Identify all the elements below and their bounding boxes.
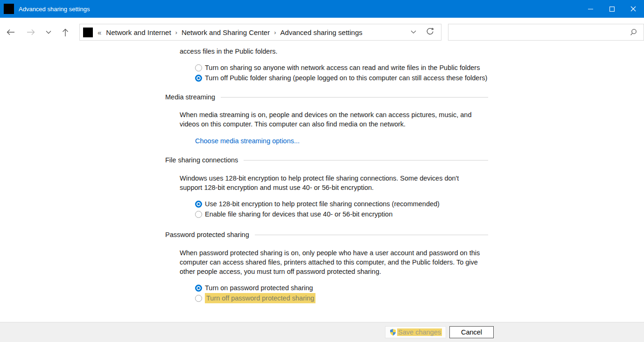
radio-icon[interactable]	[195, 285, 202, 292]
up-button[interactable]	[61, 28, 70, 37]
recent-locations-button[interactable]	[45, 30, 52, 35]
maximize-icon	[609, 7, 615, 12]
radio-option-use-128-bit-encryption[interactable]: Use 128-bit encryption to help protect f…	[195, 199, 488, 209]
titlebar: Advanced sharing settings	[0, 0, 644, 18]
app-icon	[4, 4, 14, 14]
back-button[interactable]	[6, 28, 15, 37]
save-changes-button[interactable]: Save changes	[385, 326, 446, 338]
section-media-streaming: Media streaming	[165, 92, 488, 102]
search-input[interactable]	[448, 24, 630, 40]
radio-icon[interactable]	[195, 295, 202, 302]
radio-icon[interactable]	[195, 64, 202, 71]
file-sharing-description: Windows uses 128-bit encryption to help …	[180, 174, 478, 192]
close-icon	[630, 6, 636, 12]
section-title: Media streaming	[165, 92, 215, 102]
section-title: File sharing connections	[165, 155, 238, 165]
file-sharing-options: Use 128-bit encryption to help protect f…	[195, 199, 488, 219]
section-divider	[244, 160, 488, 161]
section-file-sharing-connections: File sharing connections	[165, 155, 488, 165]
radio-icon[interactable]	[195, 201, 202, 208]
navigation-bar: « Network and Internet › Network and Sha…	[0, 18, 644, 47]
radio-option-turn-off-password-protected-sharing[interactable]: Turn off password protected sharing	[195, 293, 488, 303]
radio-label[interactable]: Use 128-bit encryption to help protect f…	[205, 199, 440, 209]
forward-button[interactable]	[26, 28, 36, 37]
forward-arrow-icon	[26, 28, 36, 37]
back-arrow-icon	[6, 28, 15, 37]
radio-icon[interactable]	[195, 211, 202, 218]
address-dropdown-button[interactable]	[409, 29, 418, 36]
public-folder-sharing-options: Turn on sharing so anyone with network a…	[195, 63, 488, 83]
section-divider	[255, 235, 488, 235]
breadcrumb-collapse[interactable]: «	[98, 28, 101, 36]
save-changes-label: Save changes	[397, 328, 442, 336]
clipped-description-line: access files in the Public folders.	[180, 47, 488, 56]
radio-option-turn-on-public-folder-sharing[interactable]: Turn on sharing so anyone with network a…	[195, 63, 488, 73]
refresh-icon	[426, 27, 434, 36]
choose-media-streaming-options-link[interactable]: Choose media streaming options...	[195, 136, 300, 146]
radio-option-turn-on-password-protected-sharing[interactable]: Turn on password protected sharing	[195, 283, 488, 293]
radio-label[interactable]: Turn off password protected sharing	[205, 293, 315, 303]
history-chevron-down-icon	[45, 30, 52, 35]
breadcrumb-network-and-internet[interactable]: Network and Internet	[102, 28, 175, 36]
radio-label[interactable]: Turn on sharing so anyone with network a…	[205, 63, 480, 73]
password-sharing-description: When password protected sharing is on, o…	[180, 248, 485, 276]
cancel-button[interactable]: Cancel	[449, 326, 494, 338]
nav-buttons	[0, 18, 70, 47]
window-controls	[580, 0, 644, 18]
up-arrow-icon	[61, 28, 70, 37]
section-password-protected-sharing: Password protected sharing	[165, 230, 488, 239]
breadcrumb-advanced-sharing-settings[interactable]: Advanced sharing settings	[277, 28, 366, 36]
password-sharing-options: Turn on password protected sharing Turn …	[195, 283, 488, 303]
window-title: Advanced sharing settings	[19, 6, 90, 13]
minimize-icon	[588, 7, 593, 12]
breadcrumb-chevron-down-icon	[410, 30, 417, 35]
radio-label[interactable]: Turn off Public folder sharing (people l…	[205, 73, 487, 83]
radio-option-enable-40-56-bit-encryption[interactable]: Enable file sharing for devices that use…	[195, 209, 488, 219]
radio-label[interactable]: Turn on password protected sharing	[205, 283, 313, 293]
minimize-button[interactable]	[580, 0, 601, 18]
maximize-button[interactable]	[601, 0, 623, 18]
radio-label[interactable]: Enable file sharing for devices that use…	[205, 209, 392, 219]
search-box[interactable]	[448, 24, 644, 41]
breadcrumb-network-and-sharing-center[interactable]: Network and Sharing Center	[178, 28, 273, 36]
footer-button-bar: Save changes Cancel	[0, 322, 644, 342]
magnifier-icon[interactable]	[630, 28, 637, 36]
location-icon[interactable]	[83, 28, 93, 37]
address-bar[interactable]: « Network and Internet › Network and Sha…	[79, 24, 441, 41]
radio-option-turn-off-public-folder-sharing[interactable]: Turn off Public folder sharing (people l…	[195, 73, 488, 83]
section-title: Password protected sharing	[165, 230, 249, 239]
section-divider	[221, 97, 488, 98]
close-button[interactable]	[623, 0, 644, 18]
uac-shield-icon	[389, 328, 397, 336]
settings-page: access files in the Public folders. Turn…	[0, 47, 644, 322]
radio-icon[interactable]	[195, 75, 202, 82]
refresh-button[interactable]	[426, 27, 434, 37]
media-streaming-description: When media streaming is on, people and d…	[180, 110, 481, 129]
